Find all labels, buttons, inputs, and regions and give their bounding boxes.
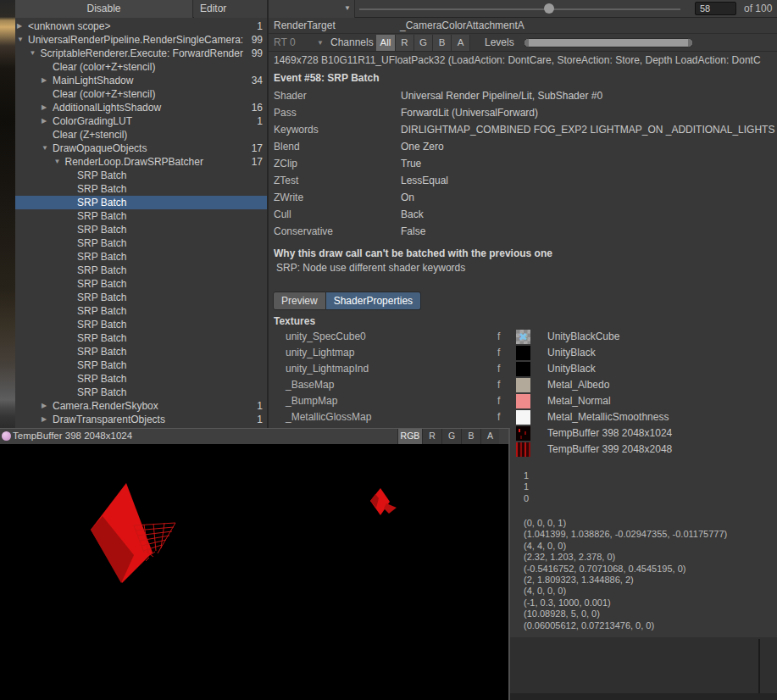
foldout-closed-icon[interactable]: ▶ bbox=[17, 19, 22, 33]
frame-debugger-toolbar: Disable Editor ▼ 58 of 100 bbox=[15, 0, 777, 18]
levels-range-slider[interactable] bbox=[524, 38, 693, 47]
foldout-open-icon[interactable]: ▼ bbox=[17, 33, 24, 47]
detail-row: ShaderUniversal Render Pipeline/Lit, Sub… bbox=[269, 87, 775, 104]
tree-row[interactable]: ▶AdditionalLightsShadow16 bbox=[15, 101, 267, 114]
tree-row-label: SRP Batch bbox=[77, 196, 126, 209]
tree-row[interactable]: SRP Batch bbox=[15, 223, 267, 236]
background-panel-divider bbox=[758, 639, 760, 693]
frame-debugger-window: Disable Editor ▼ 58 of 100 ▶<unknown sco… bbox=[0, 0, 777, 700]
detail-label: ZTest bbox=[274, 172, 298, 189]
tree-row[interactable]: ▼RenderLoop.DrawSRPBatcher17 bbox=[15, 155, 267, 169]
preview-channel-button-r[interactable]: R bbox=[422, 429, 441, 444]
tree-row[interactable]: Clear (Z+stencil) bbox=[15, 128, 267, 142]
tree-row[interactable]: SRP Batch bbox=[15, 182, 267, 196]
tree-row[interactable]: SRP Batch bbox=[15, 331, 267, 345]
vector-value: (0.06005612, 0.07213476, 0, 0) bbox=[524, 620, 774, 631]
preview-channel-button-rgb[interactable]: RGB bbox=[397, 429, 422, 444]
tree-row[interactable]: SRP Batch bbox=[15, 386, 267, 399]
white-texture-icon bbox=[516, 410, 530, 425]
tree-row[interactable]: SRP Batch bbox=[15, 291, 267, 304]
foldout-closed-icon[interactable]: ▶ bbox=[42, 114, 47, 128]
foldout-closed-icon[interactable]: ▶ bbox=[42, 74, 47, 87]
tree-row[interactable]: SRP Batch bbox=[15, 250, 267, 264]
texture-property-name: unity_LightmapInd bbox=[286, 361, 369, 377]
texture-row[interactable]: unity_LightmapfUnityBlack bbox=[269, 345, 775, 361]
tree-row[interactable]: SRP Batch bbox=[15, 304, 267, 318]
detail-label: Blend bbox=[274, 138, 300, 155]
preview-channel-button-a[interactable]: A bbox=[480, 429, 499, 444]
event-scrubber-handle[interactable] bbox=[544, 3, 554, 14]
tb-dark-texture-icon bbox=[516, 426, 530, 441]
tree-row[interactable]: ▶DrawTransparentObjects1 bbox=[15, 413, 267, 426]
tree-row[interactable]: ▼ScriptableRenderer.Execute: ForwardRend… bbox=[15, 47, 267, 60]
channel-button-g[interactable]: G bbox=[414, 35, 433, 51]
detail-row: ConservativeFalse bbox=[269, 223, 775, 240]
tree-row[interactable]: SRP Batch bbox=[15, 264, 267, 277]
detail-label: ZWrite bbox=[274, 189, 303, 206]
tree-row[interactable]: SRP Batch bbox=[15, 236, 267, 250]
checker-cube-texture-icon bbox=[516, 330, 530, 344]
texture-preview-window: TempBuffer 398 2048x1024 RGBRGBA bbox=[0, 428, 510, 700]
tab-preview[interactable]: Preview bbox=[273, 292, 326, 310]
tree-row[interactable]: SRP Batch bbox=[15, 209, 267, 223]
event-number-field[interactable]: 58 bbox=[695, 2, 736, 15]
detail-value: DIRLIGHTMAP_COMBINED FOG_EXP2 LIGHTMAP_O… bbox=[401, 121, 775, 138]
detail-value: One Zero bbox=[401, 138, 444, 155]
foldout-open-icon[interactable]: ▼ bbox=[54, 155, 61, 169]
tree-row[interactable]: SRP Batch bbox=[15, 372, 267, 386]
preview-viewport[interactable] bbox=[0, 444, 508, 700]
tree-row[interactable]: SRP Batch bbox=[15, 196, 267, 209]
texture-row[interactable]: unity_LightmapIndfUnityBlack bbox=[269, 361, 775, 377]
tree-row[interactable]: SRP Batch bbox=[15, 318, 267, 331]
channel-button-b[interactable]: B bbox=[433, 35, 452, 51]
foldout-closed-icon[interactable]: ▶ bbox=[42, 413, 47, 426]
detail-value: LessEqual bbox=[401, 172, 448, 189]
texture-flag: f bbox=[497, 393, 500, 409]
channel-button-r[interactable]: R bbox=[396, 35, 414, 51]
float-value: 1 bbox=[524, 470, 774, 481]
foldout-open-icon[interactable]: ▼ bbox=[42, 142, 48, 155]
vector-value: (4, 4, 0, 0) bbox=[524, 541, 774, 552]
disable-button[interactable]: Disable bbox=[15, 0, 193, 18]
tree-row[interactable]: Clear (color+Z+stencil) bbox=[15, 87, 267, 101]
tree-row[interactable]: ▶ColorGradingLUT1 bbox=[15, 114, 267, 128]
vector-value: (-1, 0.3, 1000, 0.001) bbox=[524, 597, 774, 608]
texture-row[interactable]: _MetallicGlossMapfMetal_MetallicSmoothne… bbox=[269, 409, 775, 425]
preview-channel-button-b[interactable]: B bbox=[461, 429, 480, 444]
tree-row[interactable]: ▶Camera.RenderSkybox1 bbox=[15, 399, 267, 413]
lightmap-preview-canvas bbox=[0, 444, 508, 700]
preview-title-bar[interactable]: TempBuffer 398 2048x1024 RGBRGBA bbox=[0, 429, 508, 444]
tree-row[interactable]: SRP Batch bbox=[15, 345, 267, 358]
texture-property-name: unity_SpecCube0 bbox=[286, 329, 366, 345]
tab-shaderproperties[interactable]: ShaderProperties bbox=[326, 292, 421, 310]
event-scrubber-track[interactable] bbox=[359, 8, 680, 10]
texture-flag: f bbox=[497, 377, 500, 393]
texture-row[interactable]: _BaseMapfMetal_Albedo bbox=[269, 377, 775, 393]
tree-row-label: Clear (color+Z+stencil) bbox=[53, 60, 155, 74]
tree-row[interactable]: SRP Batch bbox=[15, 358, 267, 372]
texture-row[interactable]: unity_SpecCube0fUnityBlackCube bbox=[269, 329, 775, 345]
tree-row[interactable]: ▼DrawOpaqueObjects17 bbox=[15, 142, 267, 155]
foldout-closed-icon[interactable]: ▶ bbox=[42, 101, 47, 114]
tree-row[interactable]: SRP Batch bbox=[15, 169, 267, 182]
tree-row-label: ColorGradingLUT bbox=[53, 114, 132, 128]
foldout-closed-icon[interactable]: ▶ bbox=[42, 399, 47, 413]
rt-index-dropdown[interactable]: RT 0 bbox=[274, 34, 296, 52]
preview-channel-button-g[interactable]: G bbox=[441, 429, 461, 444]
channel-button-a[interactable]: A bbox=[452, 35, 470, 51]
tree-row[interactable]: ▼UniversalRenderPipeline.RenderSingleCam… bbox=[15, 33, 267, 47]
texture-row[interactable]: _BumpMapfMetal_Normal bbox=[269, 393, 775, 409]
tree-row-label: MainLightShadow bbox=[53, 74, 133, 87]
tree-row-label: SRP Batch bbox=[77, 250, 126, 264]
vector-values-column: (0, 0, 0, 1)(1.041399, 1.038826, -0.0294… bbox=[524, 518, 774, 631]
tree-row-label: AdditionalLightsShadow bbox=[53, 101, 161, 114]
tree-row[interactable]: ▶MainLightShadow34 bbox=[15, 74, 267, 87]
channel-button-all[interactable]: All bbox=[376, 35, 396, 51]
tree-row[interactable]: Clear (color+Z+stencil) bbox=[15, 60, 267, 74]
editor-target-dropdown[interactable]: Editor bbox=[194, 0, 355, 18]
tree-row[interactable]: ▶<unknown scope>1 bbox=[15, 19, 267, 33]
tree-row[interactable]: SRP Batch bbox=[15, 277, 267, 291]
chevron-down-icon: ▼ bbox=[344, 0, 351, 18]
foldout-open-icon[interactable]: ▼ bbox=[30, 47, 36, 60]
texture-flag: f bbox=[497, 329, 500, 345]
